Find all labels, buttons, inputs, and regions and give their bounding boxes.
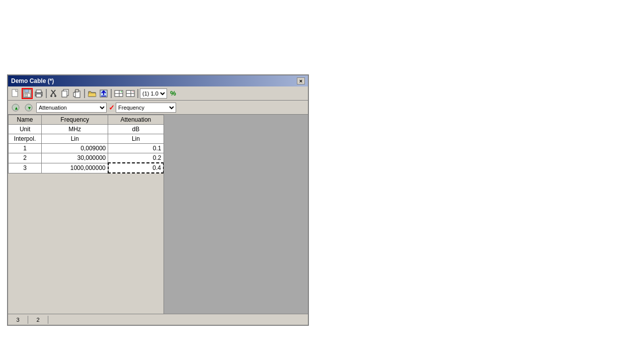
unit-mhz: MHz xyxy=(42,125,108,134)
svg-rect-6 xyxy=(36,90,41,93)
new-icon xyxy=(11,89,20,98)
svg-rect-15 xyxy=(75,89,78,92)
cut-icon xyxy=(49,89,58,98)
remove-row-button[interactable]: - xyxy=(125,88,136,99)
save-button[interactable] xyxy=(22,88,33,99)
percent-button[interactable]: % xyxy=(168,88,179,99)
add-row-button[interactable]: + xyxy=(113,88,124,99)
frequency-section: ✓ Frequency xyxy=(109,103,176,113)
col-header-name: Name xyxy=(9,115,42,125)
copy-button[interactable] xyxy=(60,88,71,99)
frequency-dropdown-container[interactable]: Frequency xyxy=(116,103,176,113)
row-attenuation[interactable]: 0.2 xyxy=(108,153,164,163)
copy-icon xyxy=(61,89,70,98)
title-bar: Demo Cable (*) × xyxy=(8,75,308,86)
open-icon xyxy=(88,89,97,98)
sep1 xyxy=(46,89,47,98)
table-interp-row: Interpol. Lin Lin xyxy=(9,134,164,144)
remove-row-icon: - xyxy=(126,89,135,98)
unit-label: Unit xyxy=(9,125,42,134)
table-row: 10,0090000.1 xyxy=(9,144,164,153)
col-header-frequency: Frequency xyxy=(42,115,108,125)
frequency-dropdown[interactable]: Frequency xyxy=(116,103,176,113)
checkmark-icon: ✓ xyxy=(109,104,115,112)
sep3 xyxy=(111,89,112,98)
attenuation-dropdown[interactable]: Attenuation xyxy=(36,103,107,113)
interp-freq: Lin xyxy=(42,134,108,144)
row-attenuation[interactable]: 0.1 xyxy=(108,144,164,153)
svg-point-11 xyxy=(54,95,56,97)
svg-rect-16 xyxy=(73,93,75,97)
table-row: 230,0000000.2 xyxy=(9,153,164,163)
data-table: Name Frequency Attenuation Unit MHz dB I… xyxy=(8,115,164,173)
print-icon xyxy=(34,89,43,98)
content-area: Name Frequency Attenuation Unit MHz dB I… xyxy=(8,115,308,314)
sort-up-button[interactable]: ▲ xyxy=(10,102,21,113)
status-item-2: 2 xyxy=(28,316,48,324)
toolbar-2: ▲ ▼ Attenuation ✓ Frequency xyxy=(8,101,308,115)
sort-down-button[interactable]: ▼ xyxy=(23,102,34,113)
table-header-row: Name Frequency Attenuation xyxy=(9,115,164,125)
row-frequency[interactable]: 1000,000000 xyxy=(42,163,108,173)
col-header-attenuation: Attenuation xyxy=(108,115,164,125)
row-frequency[interactable]: 30,000000 xyxy=(42,153,108,163)
sort-down-icon: ▼ xyxy=(25,104,33,112)
sort-up-icon: ▲ xyxy=(12,104,20,112)
add-row-icon: + xyxy=(114,89,123,98)
row-frequency[interactable]: 0,009000 xyxy=(42,144,108,153)
table-row: 31000,0000000.4 xyxy=(9,163,164,173)
row-attenuation[interactable]: 0.4 xyxy=(108,163,164,173)
open-button[interactable] xyxy=(87,88,98,99)
svg-text:▼: ▼ xyxy=(27,106,32,111)
table-unit-row: Unit MHz dB xyxy=(9,125,164,134)
close-button[interactable]: × xyxy=(297,77,305,84)
unit-db: dB xyxy=(108,125,164,134)
svg-point-10 xyxy=(50,95,52,97)
cut-button[interactable] xyxy=(48,88,59,99)
status-item-1: 3 xyxy=(8,316,28,324)
svg-rect-13 xyxy=(62,91,67,97)
attenuation-dropdown-container[interactable]: Attenuation xyxy=(36,103,107,113)
svg-rect-2 xyxy=(25,89,29,93)
window: Demo Cable (*) × xyxy=(7,74,309,326)
sep2 xyxy=(84,89,85,98)
desktop: Demo Cable (*) × xyxy=(0,0,644,362)
toolbar-1: + - (1) 1.0(2) 2.0 % xyxy=(8,86,308,101)
save-icon xyxy=(23,89,32,98)
paste-button[interactable] xyxy=(71,88,83,99)
svg-text:-: - xyxy=(132,89,134,94)
svg-rect-7 xyxy=(36,94,41,97)
svg-text:+: + xyxy=(120,89,123,94)
sep4 xyxy=(137,89,138,98)
table-container: Name Frequency Attenuation Unit MHz dB I… xyxy=(8,115,164,314)
row-name[interactable]: 3 xyxy=(9,163,42,173)
percent-icon: % xyxy=(170,89,176,97)
row-name[interactable]: 1 xyxy=(9,144,42,153)
print-button[interactable] xyxy=(33,88,44,99)
gray-panel xyxy=(164,115,308,314)
interp-att: Lin xyxy=(108,134,164,144)
paste-icon xyxy=(72,89,82,98)
new-button[interactable] xyxy=(10,88,21,99)
export-button[interactable] xyxy=(98,88,109,99)
window-title: Demo Cable (*) xyxy=(11,77,54,84)
status-bar: 3 2 xyxy=(8,314,308,325)
svg-rect-0 xyxy=(12,89,18,97)
row-name[interactable]: 2 xyxy=(9,153,42,163)
interp-label: Interpol. xyxy=(9,134,42,144)
export-icon xyxy=(99,89,108,98)
scale-dropdown[interactable]: (1) 1.0(2) 2.0 xyxy=(140,88,167,99)
scale-dropdown-container[interactable]: (1) 1.0(2) 2.0 xyxy=(140,88,167,99)
svg-rect-4 xyxy=(25,94,28,97)
svg-text:▲: ▲ xyxy=(14,106,19,111)
